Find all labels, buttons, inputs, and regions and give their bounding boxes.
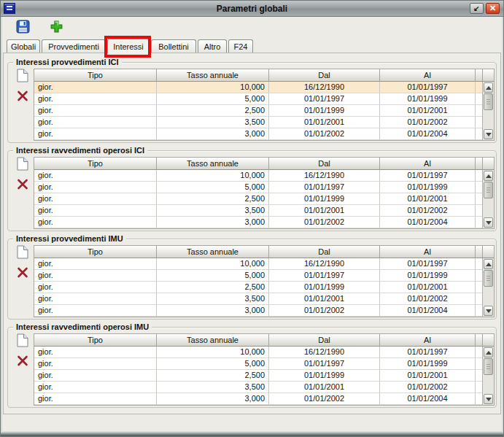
column-header[interactable]: Tasso annuale — [157, 158, 269, 170]
scroll-up-button[interactable] — [484, 171, 493, 181]
column-header[interactable]: Dal — [269, 246, 380, 258]
table-cell[interactable]: gior. — [34, 382, 157, 393]
table-cell[interactable]: 01/01/1997 — [380, 258, 476, 270]
table-cell[interactable]: 01/01/1997 — [269, 93, 380, 105]
scroll-down-button[interactable] — [484, 217, 493, 228]
scroll-down-button[interactable] — [484, 394, 493, 404]
table-cell[interactable]: 01/01/1997 — [380, 347, 476, 358]
table-cell[interactable]: gior. — [34, 128, 157, 140]
table-cell[interactable]: 01/01/2002 — [269, 128, 380, 140]
table-cell[interactable]: 01/01/2001 — [380, 370, 476, 382]
new-row-button[interactable] — [16, 69, 29, 84]
table-cell[interactable]: 16/12/1990 — [269, 82, 380, 93]
column-header[interactable]: Al — [380, 158, 476, 170]
save-button[interactable] — [15, 21, 30, 36]
table-cell[interactable]: gior. — [34, 258, 157, 270]
table-cell[interactable]: 16/12/1990 — [269, 170, 380, 182]
table-cell[interactable]: 01/01/1997 — [380, 82, 476, 93]
table-row[interactable]: gior.5,00001/01/199701/01/1999 — [34, 270, 494, 282]
table-cell[interactable]: 01/01/1999 — [380, 270, 476, 282]
table-cell[interactable]: gior. — [34, 182, 157, 193]
table-cell[interactable]: gior. — [34, 370, 157, 382]
table-cell[interactable]: 01/01/2001 — [380, 105, 476, 117]
table-row[interactable]: gior.2,50001/01/199901/01/2001 — [34, 105, 494, 117]
table-cell[interactable]: gior. — [34, 117, 157, 128]
tab-globali[interactable]: Globali — [7, 39, 40, 53]
table-cell[interactable]: 3,500 — [157, 117, 269, 128]
tab-altro[interactable]: Altro — [198, 39, 227, 53]
column-header[interactable]: Tasso annuale — [157, 334, 269, 347]
table-cell[interactable]: gior. — [34, 93, 157, 105]
column-header[interactable]: Dal — [269, 334, 380, 347]
table-cell[interactable]: 3,500 — [157, 205, 269, 217]
column-header[interactable]: Tipo — [34, 69, 157, 82]
table-cell[interactable]: 01/01/2002 — [269, 217, 380, 228]
table-cell[interactable]: 2,500 — [157, 282, 269, 293]
scroll-down-button[interactable] — [484, 306, 493, 316]
table-cell[interactable]: 01/01/1999 — [380, 358, 476, 370]
table-cell[interactable]: gior. — [34, 205, 157, 217]
table-row[interactable]: gior.10,00016/12/199001/01/1997 — [34, 170, 494, 182]
table-cell[interactable]: 01/01/2004 — [380, 217, 476, 228]
table-row[interactable]: gior.3,00001/01/200201/01/2004 — [34, 393, 494, 405]
add-record-button[interactable] — [49, 21, 63, 36]
table-cell[interactable]: 01/01/2001 — [269, 205, 380, 217]
table-cell[interactable]: gior. — [34, 358, 157, 370]
table-row[interactable]: gior.5,00001/01/199701/01/1999 — [34, 358, 494, 370]
column-header[interactable]: Tasso annuale — [157, 246, 269, 258]
table-cell[interactable]: gior. — [34, 393, 157, 405]
table-cell[interactable]: 01/01/1997 — [269, 270, 380, 282]
table-cell[interactable]: 01/01/2002 — [269, 305, 380, 317]
table-row[interactable]: gior.3,50001/01/200101/01/2002 — [34, 205, 494, 217]
table-cell[interactable]: 16/12/1990 — [269, 347, 380, 358]
tab-f24[interactable]: F24 — [228, 39, 253, 53]
table-row[interactable]: gior.3,50001/01/200101/01/2002 — [34, 293, 494, 305]
new-row-button[interactable] — [16, 246, 29, 260]
column-header[interactable]: Tipo — [34, 158, 157, 170]
column-header[interactable]: Dal — [269, 158, 380, 170]
table-cell[interactable]: 01/01/2004 — [380, 128, 476, 140]
table-cell[interactable]: 10,000 — [157, 170, 269, 182]
table-cell[interactable]: 01/01/2002 — [380, 293, 476, 305]
table-cell[interactable]: 3,000 — [157, 217, 269, 228]
table-row[interactable]: gior.2,50001/01/199901/01/2001 — [34, 370, 494, 382]
table-row[interactable]: gior.3,50001/01/200101/01/2002 — [34, 117, 494, 128]
table-cell[interactable]: 01/01/2001 — [269, 117, 380, 128]
table-row[interactable]: gior.3,00001/01/200201/01/2004 — [34, 305, 494, 317]
column-header[interactable]: Al — [380, 69, 476, 82]
scrollbar-thumb[interactable] — [484, 358, 493, 375]
table-row[interactable]: gior.10,00016/12/199001/01/1997 — [34, 82, 494, 93]
table-cell[interactable]: 3,000 — [157, 393, 269, 405]
table-cell[interactable]: 01/01/2001 — [380, 193, 476, 205]
table-row[interactable]: gior.5,00001/01/199701/01/1999 — [34, 93, 494, 105]
table-cell[interactable]: 10,000 — [157, 82, 269, 93]
column-header[interactable]: Tipo — [34, 334, 157, 347]
table-cell[interactable]: gior. — [34, 105, 157, 117]
table-cell[interactable]: gior. — [34, 82, 157, 93]
restore-window-button[interactable]: ↙ — [470, 3, 484, 14]
table-cell[interactable]: 3,500 — [157, 382, 269, 393]
table-row[interactable]: gior.10,00016/12/199001/01/1997 — [34, 258, 494, 270]
table-cell[interactable]: gior. — [34, 217, 157, 228]
table-cell[interactable]: 01/01/1997 — [269, 358, 380, 370]
table-cell[interactable]: 01/01/2004 — [380, 305, 476, 317]
table-cell[interactable]: 3,000 — [157, 128, 269, 140]
table-cell[interactable]: 5,000 — [157, 182, 269, 193]
table-cell[interactable]: 3,000 — [157, 305, 269, 317]
column-header[interactable]: Tipo — [34, 246, 157, 258]
scrollbar-thumb[interactable] — [484, 182, 493, 198]
scroll-up-button[interactable] — [484, 259, 493, 269]
table-row[interactable]: gior.3,00001/01/200201/01/2004 — [34, 128, 494, 140]
table-cell[interactable]: 01/01/1999 — [269, 282, 380, 293]
table-cell[interactable]: gior. — [34, 282, 157, 293]
table-cell[interactable]: 2,500 — [157, 193, 269, 205]
table-cell[interactable]: gior. — [34, 347, 157, 358]
close-window-button[interactable]: ✕ — [486, 3, 500, 14]
table-cell[interactable]: 01/01/1999 — [269, 105, 380, 117]
table-row[interactable]: gior.2,50001/01/199901/01/2001 — [34, 282, 494, 293]
table-cell[interactable]: 01/01/2004 — [380, 393, 476, 405]
delete-row-button[interactable] — [16, 266, 29, 281]
scrollbar-thumb[interactable] — [484, 93, 493, 110]
new-row-button[interactable] — [16, 334, 29, 349]
table-cell[interactable]: 16/12/1990 — [269, 258, 380, 270]
